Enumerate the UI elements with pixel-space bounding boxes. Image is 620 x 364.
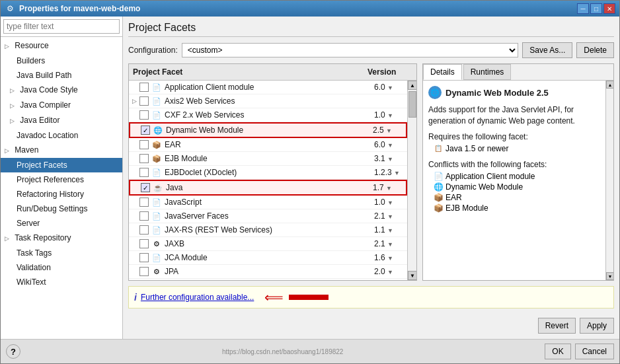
check-axis2[interactable]	[139, 96, 149, 106]
check-app-client[interactable]	[139, 83, 149, 92]
title-bar: ⚙ Properties for maven-web-demo ─ □ ✕	[1, 1, 619, 17]
version-dropdown-ejbdoclet[interactable]: ▼	[394, 170, 400, 176]
window-title: Properties for maven-web-demo	[19, 4, 577, 13]
module-icon: 🌐	[428, 86, 442, 99]
check-ejb[interactable]	[139, 154, 149, 163]
scroll-track	[408, 90, 416, 271]
version-dropdown-jpa[interactable]: ▼	[387, 269, 393, 275]
config-select[interactable]: <custom>	[182, 43, 519, 57]
window-controls: ─ □ ✕	[577, 3, 615, 14]
check-jsf[interactable]	[139, 211, 149, 221]
facet-row-jsf: 📄 JavaServer Faces 2.1 ▼	[129, 209, 407, 223]
main-window: ⚙ Properties for maven-web-demo ─ □ ✕ ▷ …	[0, 0, 620, 364]
help-button[interactable]: ?	[6, 344, 20, 359]
nav-item-java-build-path[interactable]: Java Build Path	[1, 68, 122, 83]
expand-arrow-task-repo: ▷	[5, 233, 11, 244]
version-dropdown-ejb[interactable]: ▼	[387, 156, 393, 163]
check-ejbdoclet[interactable]	[139, 168, 149, 177]
close-button[interactable]: ✕	[603, 3, 615, 14]
nav-item-project-facets[interactable]: Project Facets	[1, 158, 122, 172]
version-dropdown-javascript[interactable]: ▼	[387, 200, 393, 206]
icon-jaxb: ⚙	[151, 238, 162, 249]
check-jaxb[interactable]	[139, 239, 149, 248]
version-dropdown-jaxrs[interactable]: ▼	[387, 227, 393, 234]
nav-item-project-references[interactable]: Project References	[1, 172, 122, 187]
minimize-button[interactable]: ─	[577, 3, 589, 14]
icon-jaxrs: 📄	[151, 225, 162, 235]
req-java-text: Java 1.5 or newer	[446, 144, 508, 153]
version-dropdown-jsf[interactable]: ▼	[387, 213, 393, 220]
version-dropdown-jca[interactable]: ▼	[387, 255, 393, 262]
revert-button[interactable]: Revert	[538, 318, 576, 334]
nav-item-maven[interactable]: ▷ Maven	[1, 143, 122, 158]
nav-item-wikitext[interactable]: WikiText	[1, 275, 122, 289]
facet-row-ejb: 📦 EJB Module 3.1 ▼	[129, 152, 407, 166]
scroll-thumb[interactable]	[408, 91, 416, 118]
name-javascript: JavaScript	[165, 198, 374, 207]
details-scroll-up[interactable]: ▲	[606, 81, 613, 89]
check-javascript[interactable]	[139, 198, 149, 207]
info-icon: i	[134, 292, 137, 303]
check-jaxrs[interactable]	[139, 225, 149, 235]
check-jca[interactable]	[139, 253, 149, 262]
version-dropdown-ear[interactable]: ▼	[387, 142, 393, 149]
version-java: 1.7 ▼	[373, 183, 406, 192]
name-cxf: CXF 2.x Web Services	[165, 110, 374, 120]
cancel-button[interactable]: Cancel	[575, 344, 614, 359]
nav-item-resource[interactable]: ▷ Resource	[1, 38, 122, 54]
filter-input[interactable]	[3, 19, 120, 34]
check-java[interactable]: ✓	[141, 183, 150, 192]
nav-item-javadoc[interactable]: Javadoc Location	[1, 128, 122, 143]
check-ear[interactable]	[139, 140, 149, 149]
facet-row-ear: 📦 EAR 6.0 ▼	[129, 138, 407, 152]
nav-item-java-compiler[interactable]: ▷ Java Compiler	[1, 98, 122, 113]
facets-header: Project Facet Version	[129, 64, 416, 81]
facet-row-ejbdoclet: 📄 EJBDoclet (XDoclet) 1.2.3 ▼	[129, 166, 407, 180]
nav-item-validation[interactable]: Validation	[1, 260, 122, 275]
nav-item-java-editor[interactable]: ▷ Java Editor	[1, 113, 122, 128]
version-dropdown-app-client[interactable]: ▼	[387, 85, 393, 91]
check-cxf[interactable]	[139, 110, 149, 120]
nav-item-refactoring-history[interactable]: Refactoring History	[1, 187, 122, 201]
scroll-down-btn[interactable]: ▼	[408, 271, 416, 280]
nav-item-run-debug[interactable]: Run/Debug Settings	[1, 201, 122, 216]
icon-app-client: 📄	[151, 82, 162, 92]
version-dropdown-cxf[interactable]: ▼	[387, 112, 393, 119]
version-jsf: 2.1 ▼	[374, 211, 407, 221]
version-dropdown-java[interactable]: ▼	[386, 185, 392, 192]
check-jpa[interactable]	[139, 267, 149, 276]
version-cxf: 1.0 ▼	[374, 110, 407, 120]
scroll-up-btn[interactable]: ▲	[408, 81, 416, 90]
requirement-java: 📋 Java 1.5 or newer	[428, 144, 600, 153]
save-as-button[interactable]: Save As...	[522, 42, 572, 58]
name-dynamic-web: Dynamic Web Module	[166, 126, 373, 135]
right-panel: Project Facets Configuration: <custom> S…	[123, 17, 619, 339]
facet-row-jaxb: ⚙ JAXB 2.1 ▼	[129, 237, 407, 251]
tab-details[interactable]: Details	[423, 64, 462, 80]
expand-arrow-editor: ▷	[10, 115, 17, 127]
nav-item-server[interactable]: Server	[1, 216, 122, 231]
name-app-client: Application Client module	[165, 83, 374, 92]
nav-item-task-tags[interactable]: Task Tags	[1, 246, 122, 260]
nav-item-java-code-style[interactable]: ▷ Java Code Style	[1, 83, 122, 98]
maximize-button[interactable]: □	[590, 3, 602, 14]
delete-button[interactable]: Delete	[576, 42, 614, 58]
version-dropdown-jaxb[interactable]: ▼	[387, 241, 393, 248]
tab-runtimes[interactable]: Runtimes	[463, 64, 512, 80]
expand-jsf	[129, 211, 139, 221]
nav-item-task-repository[interactable]: ▷ Task Repository	[1, 231, 122, 246]
details-scroll-down[interactable]: ▼	[606, 272, 613, 280]
name-jpa: JPA	[165, 267, 374, 276]
conflict-ejb: 📦 EJB Module	[428, 203, 600, 213]
expand-axis2[interactable]: ▷	[129, 96, 139, 106]
version-dropdown-dynamic-web[interactable]: ▼	[386, 127, 392, 134]
nav-item-builders[interactable]: Builders	[1, 54, 122, 68]
check-dynamic-web[interactable]: ✓	[141, 126, 150, 135]
version-jpa: 2.0 ▼	[374, 267, 407, 276]
conflict-dynamic-web: 🌐 Dynamic Web Module	[428, 182, 600, 192]
details-scrollbar: ▲ ▼	[605, 81, 613, 280]
icon-ejb: 📦	[151, 153, 162, 164]
ok-button[interactable]: OK	[545, 344, 570, 359]
further-config-link[interactable]: Further configuration available...	[141, 293, 254, 302]
apply-button[interactable]: Apply	[580, 318, 614, 334]
